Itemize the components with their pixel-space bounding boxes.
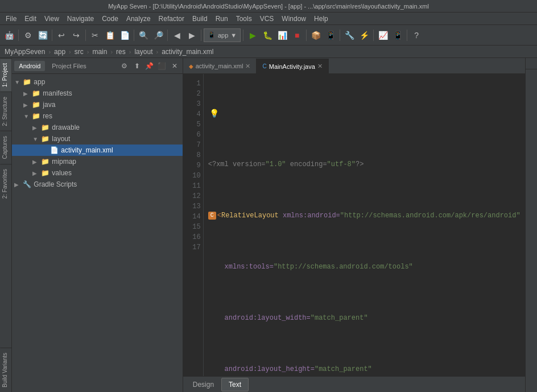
- toolbar-separator-4: [134, 30, 134, 41]
- collapse-all-icon[interactable]: ⬆: [131, 60, 143, 72]
- breadcrumb-myappseven[interactable]: MyAppSeven: [3, 48, 46, 56]
- menu-code[interactable]: Code: [98, 14, 122, 24]
- profiler-btn[interactable]: 📈: [376, 28, 390, 42]
- breadcrumb-layout[interactable]: layout: [133, 48, 154, 56]
- tree-item-gradle[interactable]: ▶ 🔧 Gradle Scripts: [12, 179, 182, 190]
- line-numbers: 1 2 3 4 5 6 7 8 9 10 11 12 13 14 15 16 1…: [183, 74, 204, 376]
- help-btn[interactable]: ?: [410, 28, 423, 42]
- breadcrumb-file[interactable]: activity_main.xml: [160, 48, 214, 56]
- undo-btn[interactable]: ↩: [55, 28, 68, 42]
- editor-tab-mainactivity[interactable]: C MainActivity.java ✕: [257, 59, 328, 73]
- project-tab-files[interactable]: Project Files: [47, 61, 91, 71]
- tree-item-app[interactable]: ▼ 📁 app: [12, 76, 182, 88]
- sidebar-tab-project[interactable]: 1: Project: [0, 58, 11, 92]
- tree-arrow-layout: ▼: [32, 136, 40, 142]
- bottom-tab-text[interactable]: Text: [221, 378, 249, 391]
- next-btn[interactable]: ▶: [185, 28, 199, 42]
- tree-label-values: values: [52, 169, 72, 177]
- toolbar-separator-7: [243, 30, 243, 41]
- tree-label-activity-main: activity_main.xml: [61, 146, 113, 154]
- tab-close-mainactivity[interactable]: ✕: [317, 63, 323, 70]
- menu-view[interactable]: View: [41, 14, 63, 24]
- paste-btn[interactable]: 📄: [118, 28, 131, 42]
- app-dropdown[interactable]: 📱 app ▼: [204, 28, 241, 42]
- tree-arrow-java: ▶: [23, 102, 31, 108]
- toolbar-separator-8: [306, 30, 307, 41]
- menu-edit[interactable]: Edit: [21, 14, 40, 24]
- code-line-3: xmlns:tools="http://schemas.android.com/…: [208, 262, 521, 272]
- pin-icon[interactable]: 📌: [144, 60, 155, 72]
- breadcrumb-app[interactable]: app: [53, 48, 67, 56]
- tree-item-activity-main[interactable]: 📄 activity_main.xml: [12, 145, 182, 156]
- sync-btn[interactable]: 🔄: [36, 28, 49, 42]
- redo-btn[interactable]: ↪: [69, 28, 83, 42]
- menu-vcs[interactable]: VCS: [257, 14, 278, 24]
- prev-btn[interactable]: ◀: [170, 28, 184, 42]
- gear-settings-icon[interactable]: ⚙: [119, 60, 130, 72]
- sidebar-tab-build-variants[interactable]: Build Variants: [0, 348, 11, 392]
- tab-close-activity-main[interactable]: ✕: [245, 63, 250, 70]
- sidebar-tab-favorites[interactable]: 2: Favorites: [0, 164, 11, 203]
- debug-btn[interactable]: 🐛: [261, 28, 274, 42]
- tree-item-layout[interactable]: ▼ 📁 layout: [12, 133, 182, 145]
- menu-help[interactable]: Help: [311, 14, 332, 24]
- cut-btn[interactable]: ✂: [88, 28, 102, 42]
- breadcrumb-main[interactable]: main: [91, 48, 108, 56]
- menu-refactor[interactable]: Refactor: [155, 14, 188, 24]
- expand-icon[interactable]: ⬛: [156, 60, 168, 72]
- avd-btn[interactable]: 📱: [324, 28, 337, 42]
- title-text: MyApp Seven - [D:\Utility\Android\Androi…: [108, 3, 429, 10]
- gradle-execute-btn[interactable]: ⚡: [357, 28, 371, 42]
- line-num-15: 15: [185, 222, 201, 232]
- menu-run[interactable]: Run: [212, 14, 232, 24]
- run-btn[interactable]: ▶: [246, 28, 259, 42]
- tree-label-java: java: [43, 101, 55, 109]
- project-tab-android[interactable]: Android: [14, 61, 45, 71]
- menu-navigate[interactable]: Navigate: [64, 14, 97, 24]
- right-tab-placeholder[interactable]: [526, 58, 537, 69]
- line-num-4: 4: [185, 109, 201, 119]
- gradle-sync-btn[interactable]: 🔧: [342, 28, 356, 42]
- sdk-manager-btn[interactable]: ⚙: [21, 28, 35, 42]
- replace-btn[interactable]: 🔎: [151, 28, 165, 42]
- code-editor: 1 2 3 4 5 6 7 8 9 10 11 12 13 14 15 16 1…: [183, 74, 525, 376]
- close-panel-icon[interactable]: ✕: [169, 60, 180, 72]
- sidebar-tab-structure[interactable]: 2: Structure: [0, 92, 11, 131]
- run-with-coverage-btn[interactable]: 📊: [275, 28, 289, 42]
- code-content[interactable]: 💡 <?xml version="1.0" encoding="utf-8"?>…: [204, 74, 525, 376]
- breadcrumb-src[interactable]: src: [73, 48, 85, 56]
- sdk-btn[interactable]: 📦: [309, 28, 323, 42]
- android-icon[interactable]: 🤖: [2, 28, 16, 42]
- left-sidebar-panel: 1: Project 2: Structure Captures 2: Favo…: [0, 58, 12, 392]
- menu-tools[interactable]: Tools: [233, 14, 255, 24]
- tree-item-values[interactable]: ▶ 📁 values: [12, 167, 182, 179]
- device-btn[interactable]: 📱: [391, 28, 404, 42]
- line-num-16: 16: [185, 232, 201, 242]
- val-layout-height: "match_parent": [315, 364, 372, 374]
- line-num-3: 3: [185, 99, 201, 109]
- breadcrumb-res[interactable]: res: [115, 48, 127, 56]
- menu-build[interactable]: Build: [189, 14, 211, 24]
- tree-item-res[interactable]: ▼ 📁 res: [12, 110, 182, 122]
- search-btn[interactable]: 🔍: [137, 28, 150, 42]
- tree-item-drawable[interactable]: ▶ 📁 drawable: [12, 122, 182, 133]
- tree-arrow-manifests: ▶: [23, 90, 31, 97]
- stop-btn[interactable]: ■: [290, 28, 304, 42]
- editor-tab-label-mainactivity: MainActivity.java: [269, 63, 315, 70]
- menu-analyze[interactable]: Analyze: [123, 14, 154, 24]
- tree-label-manifests: manifests: [43, 89, 72, 97]
- val-xmlns-tools: "http://schemas.android.com/tools": [274, 262, 413, 272]
- editor-tab-activity-main[interactable]: ◆ activity_main.xml ✕: [183, 59, 257, 73]
- copy-btn[interactable]: 📋: [103, 28, 117, 42]
- main-layout: 1: Project 2: Structure Captures 2: Favo…: [0, 58, 537, 392]
- folder-icon-java: 📁: [31, 100, 40, 109]
- tree-item-mipmap[interactable]: ▶ 📁 mipmap: [12, 156, 182, 167]
- xml-tab-icon: ◆: [189, 63, 193, 69]
- menu-file[interactable]: File: [2, 14, 20, 24]
- menu-window[interactable]: Window: [278, 14, 309, 24]
- line-num-9: 9: [185, 160, 201, 171]
- tree-item-manifests[interactable]: ▶ 📁 manifests: [12, 88, 182, 99]
- bottom-tab-design[interactable]: Design: [185, 378, 221, 391]
- sidebar-tab-captures[interactable]: Captures: [0, 131, 11, 164]
- tree-item-java[interactable]: ▶ 📁 java: [12, 99, 182, 110]
